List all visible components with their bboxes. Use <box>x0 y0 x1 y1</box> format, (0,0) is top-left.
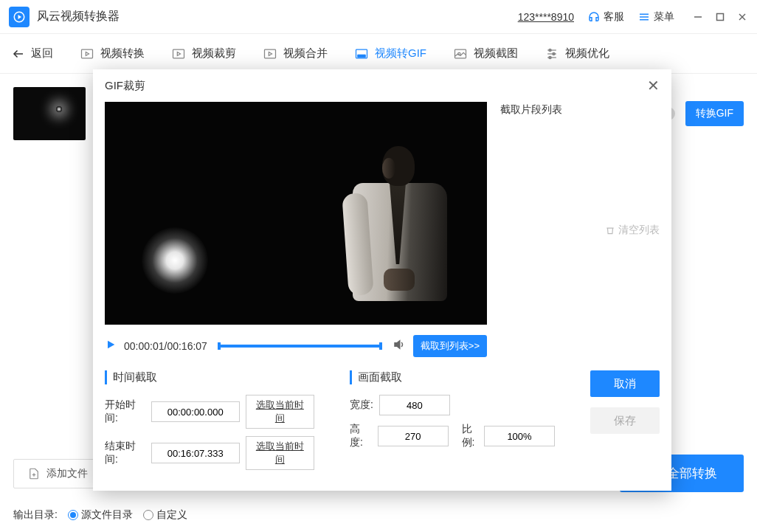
svg-point-25 <box>549 56 551 58</box>
cancel-button[interactable]: 取消 <box>590 370 660 397</box>
add-file-button[interactable]: 添加文件 <box>13 459 102 488</box>
radio-source-dir[interactable]: 源文件目录 <box>68 508 133 522</box>
app-title: 风云视频转换器 <box>37 9 120 24</box>
time-section: 时间截取 开始时间: 选取当前时间 结束时间: 选取当前时间 <box>105 370 314 477</box>
nav-video-optimize[interactable]: 视频优化 <box>545 46 609 61</box>
radio-unchecked-icon <box>143 510 153 520</box>
segment-list-title: 截取片段列表 <box>500 103 562 357</box>
svg-rect-10 <box>82 49 93 58</box>
close-button[interactable] <box>736 11 748 23</box>
maximize-button[interactable] <box>714 11 726 23</box>
gif-crop-modal: GIF裁剪 ✕ 00:00:01/00:16:07 截取 <box>93 69 671 491</box>
svg-point-24 <box>553 52 555 55</box>
height-input[interactable] <box>378 426 449 446</box>
svg-rect-17 <box>357 54 366 57</box>
time-section-title: 时间截取 <box>105 370 314 384</box>
capture-to-list-button[interactable]: 截取到列表>> <box>413 335 487 357</box>
svg-rect-6 <box>717 13 724 20</box>
start-time-input[interactable] <box>151 401 240 422</box>
select-current-end-button[interactable]: 选取当前时间 <box>246 436 314 470</box>
ratio-input[interactable] <box>484 426 555 446</box>
end-time-label: 结束时间: <box>105 440 145 466</box>
svg-rect-14 <box>265 49 276 58</box>
width-label: 宽度: <box>350 398 373 412</box>
radio-custom-dir[interactable]: 自定义 <box>143 508 187 522</box>
svg-marker-13 <box>177 52 180 55</box>
frame-section: 画面截取 宽度: 高度: 比例: <box>350 370 555 457</box>
nav-video-merge[interactable]: 视频合并 <box>263 46 328 61</box>
ratio-label: 比例: <box>462 423 478 449</box>
merge-icon <box>263 46 277 61</box>
arrow-left-icon <box>12 47 25 61</box>
svg-rect-12 <box>173 49 184 58</box>
headset-icon <box>587 10 601 24</box>
modal-title: GIF裁剪 <box>105 79 145 93</box>
output-label: 输出目录: <box>13 508 58 522</box>
optimize-icon <box>545 46 559 61</box>
time-display: 00:00:01/00:16:07 <box>124 340 207 352</box>
frame-section-title: 画面截取 <box>350 370 555 384</box>
nav-video-convert[interactable]: 视频转换 <box>80 46 145 61</box>
trash-icon <box>605 225 615 235</box>
support-button[interactable]: 客服 <box>587 10 624 24</box>
radio-checked-icon <box>68 510 78 520</box>
output-row: 输出目录: 源文件目录 自定义 <box>13 508 187 522</box>
width-input[interactable] <box>379 395 450 415</box>
menu-icon <box>637 10 651 24</box>
svg-marker-33 <box>108 341 114 349</box>
modal-close-button[interactable]: ✕ <box>647 77 660 94</box>
nav-video-screenshot[interactable]: 视频截图 <box>453 46 518 61</box>
user-id[interactable]: 123****8910 <box>518 11 574 23</box>
progress-bar[interactable] <box>219 345 381 348</box>
file-add-icon <box>27 467 41 480</box>
clear-segment-list-button[interactable]: 清空列表 <box>605 103 660 357</box>
svg-marker-1 <box>18 15 22 19</box>
nav-video-crop[interactable]: 视频裁剪 <box>171 46 236 61</box>
play-button[interactable] <box>105 339 117 353</box>
video-thumbnail[interactable] <box>13 87 86 140</box>
gif-icon <box>354 46 369 61</box>
convert-gif-button[interactable]: 转换GIF <box>685 101 744 126</box>
save-button[interactable]: 保存 <box>590 407 660 434</box>
app-logo-icon <box>9 7 30 27</box>
select-current-start-button[interactable]: 选取当前时间 <box>246 395 314 429</box>
volume-button[interactable] <box>393 338 406 354</box>
nav-video-to-gif[interactable]: 视频转GIF <box>354 46 426 61</box>
navbar: 返回 视频转换 视频裁剪 视频合并 视频转GIF 视频截图 视频优化 <box>0 34 757 74</box>
svg-marker-34 <box>395 341 400 349</box>
titlebar: 风云视频转换器 123****8910 客服 菜单 <box>0 0 757 34</box>
minimize-button[interactable] <box>692 11 704 23</box>
back-button[interactable]: 返回 <box>12 46 53 61</box>
svg-marker-11 <box>86 52 89 55</box>
crop-icon <box>171 46 186 61</box>
start-time-label: 开始时间: <box>105 398 145 425</box>
screenshot-icon <box>453 46 468 61</box>
height-label: 高度: <box>350 423 372 449</box>
menu-button[interactable]: 菜单 <box>637 10 674 24</box>
svg-point-23 <box>549 49 551 51</box>
svg-marker-15 <box>269 52 272 55</box>
convert-icon <box>80 46 94 61</box>
video-preview[interactable] <box>105 102 487 325</box>
end-time-input[interactable] <box>151 443 240 463</box>
